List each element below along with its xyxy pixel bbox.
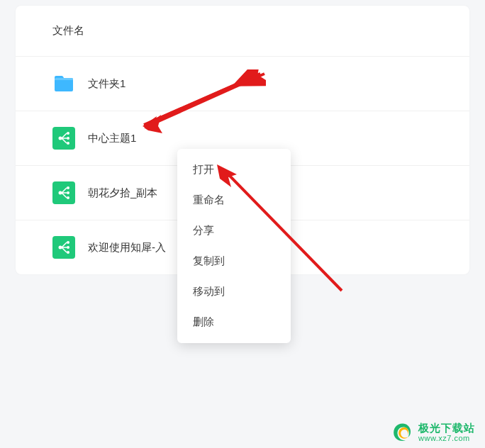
svg-point-8: [67, 191, 69, 194]
svg-point-2: [67, 132, 69, 135]
menu-item-delete[interactable]: 删除: [177, 307, 291, 337]
svg-point-3: [67, 137, 69, 140]
menu-item-copy-to[interactable]: 复制到: [177, 246, 291, 276]
svg-point-1: [59, 137, 62, 140]
mindmap-doc-icon: [52, 236, 75, 259]
mindmap-doc-icon: [52, 127, 75, 150]
svg-point-6: [59, 191, 62, 195]
watermark-title: 极光下载站: [418, 422, 475, 435]
file-name-label: 文件夹1: [88, 77, 126, 91]
watermark-url: www.xz7.com: [418, 434, 475, 442]
file-row-folder[interactable]: 文件夹1: [16, 56, 469, 111]
file-name-label: 欢迎使用知犀-入: [88, 241, 166, 254]
svg-point-13: [67, 246, 69, 249]
file-name-label: 中心主题1: [88, 132, 136, 145]
svg-point-9: [67, 196, 69, 199]
svg-point-12: [67, 241, 69, 244]
svg-point-14: [67, 251, 69, 254]
svg-point-4: [67, 142, 69, 145]
menu-item-move-to[interactable]: 移动到: [177, 276, 291, 307]
watermark-logo-icon: [390, 421, 416, 444]
column-header-label: 文件名: [52, 24, 84, 36]
context-menu: 打开 重命名 分享 复制到 移动到 删除: [177, 149, 291, 343]
svg-point-11: [59, 246, 62, 250]
menu-item-share[interactable]: 分享: [177, 215, 291, 246]
watermark: 极光下载站 www.xz7.com: [390, 421, 475, 444]
menu-item-open[interactable]: 打开: [177, 155, 291, 185]
svg-point-7: [67, 186, 69, 189]
file-name-label: 朝花夕拾_副本: [88, 186, 157, 200]
mindmap-doc-icon: [52, 181, 75, 204]
column-header-filename: 文件名: [16, 6, 469, 56]
watermark-text: 极光下载站 www.xz7.com: [418, 422, 475, 443]
folder-icon: [52, 72, 75, 95]
menu-item-rename[interactable]: 重命名: [177, 185, 291, 215]
